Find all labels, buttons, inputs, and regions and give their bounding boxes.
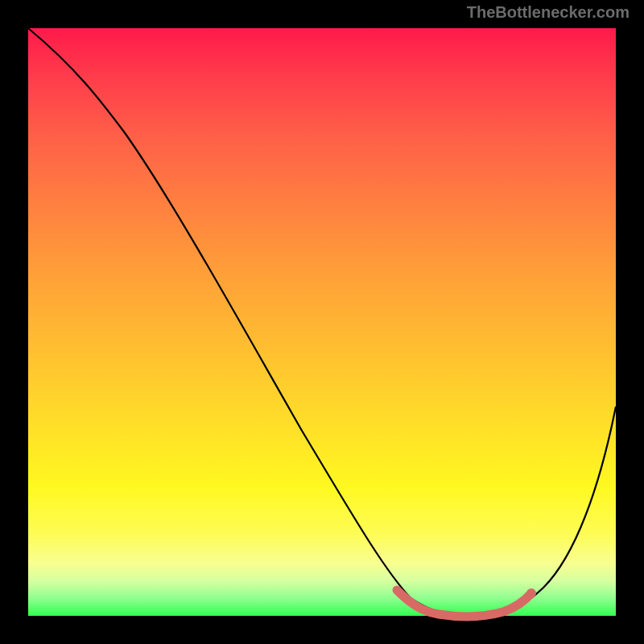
highlight-end-dot: [526, 588, 536, 598]
curve-path: [28, 28, 616, 616]
bottleneck-curve: [28, 28, 616, 616]
optimal-range-highlight: [397, 590, 531, 617]
chart-plot-area: [28, 28, 616, 616]
watermark-text: TheBottlenecker.com: [467, 3, 630, 22]
